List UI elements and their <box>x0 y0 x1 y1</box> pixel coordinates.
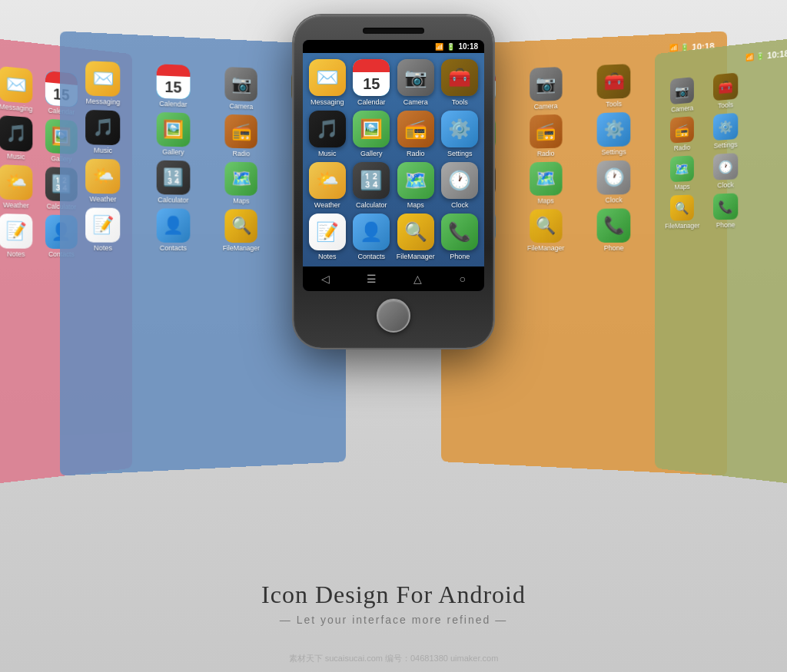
green-clock: 🕐 Clock <box>706 153 745 190</box>
back-button[interactable]: ◁ <box>321 273 330 285</box>
orange-camera: 📷 Camera <box>515 66 577 111</box>
app-clock[interactable]: 🕐 Clock <box>440 162 480 209</box>
maps-label: Maps <box>407 201 424 209</box>
orange-phone: 📞 Phone <box>582 208 646 252</box>
green-tools: 🧰 Tools <box>706 71 745 111</box>
app-calculator[interactable]: 🔢 Calculator <box>352 162 392 209</box>
app-calendar[interactable]: 15 Calendar <box>352 59 392 106</box>
android-nav: ◁ ☰ △ ○ <box>303 266 484 291</box>
maps-icon: 🗺️ <box>397 162 434 199</box>
app-settings[interactable]: ⚙️ Settings <box>440 111 480 157</box>
camera-icon: 📷 <box>397 59 434 96</box>
calculator-label: Calculator <box>356 201 387 209</box>
app-camera[interactable]: 📷 Camera <box>396 59 436 106</box>
blue-messaging: ✉️ Messaging <box>69 60 136 107</box>
phone-speaker <box>363 28 424 34</box>
music-icon: 🎵 <box>309 111 346 147</box>
blue-notes: 📝 Notes <box>69 207 136 252</box>
subtitle: — Let your interface more refined — <box>0 614 787 626</box>
clock-label: Clock <box>451 201 469 209</box>
menu-button[interactable]: ☰ <box>367 273 377 285</box>
blue-gallery: 🖼️ Gallery <box>141 111 205 157</box>
app-grid: ✉️ Messaging 15 Calendar 📷 <box>307 59 480 260</box>
status-bar: 📶 🔋 10:18 <box>303 40 484 53</box>
app-radio[interactable]: 📻 Radio <box>396 111 436 157</box>
bottom-section: Icon Design For Android — Let your inter… <box>0 581 787 626</box>
music-label: Music <box>318 150 337 157</box>
green-statusbar: 📶 🔋 10:18 <box>663 48 787 71</box>
green-time: 10:18 <box>767 48 787 60</box>
messaging-icon: ✉️ <box>309 59 346 96</box>
orange-clock: 🕐 Clock <box>582 160 646 204</box>
blue-filemanager: 🔍 FileManager <box>210 209 272 252</box>
settings-icon: ⚙️ <box>441 111 478 147</box>
pink-messaging-icon: ✉️ <box>0 66 33 104</box>
signal-icon: 📶 <box>435 43 443 51</box>
home-button-area <box>303 299 484 333</box>
watermark: 素材天下 sucaisucai.com 编号：04681380 uimaker.… <box>0 653 787 664</box>
camera-label: Camera <box>403 98 428 106</box>
main-title: Icon Design For Android <box>0 581 787 609</box>
contacts-icon: 👤 <box>353 214 390 250</box>
messaging-label: Messaging <box>310 98 344 106</box>
app-filemanager[interactable]: 🔍 FileManager <box>396 214 436 260</box>
orange-settings: ⚙️ Settings <box>582 111 646 157</box>
clock-icon: 🕐 <box>441 162 478 199</box>
blue-calendar: 15 Calendar <box>141 63 205 109</box>
gallery-icon: 🖼️ <box>353 111 390 147</box>
status-time: 10:18 <box>458 42 478 51</box>
notes-label: Notes <box>318 253 337 260</box>
pink-app-weather: 🌤️ Weather <box>0 164 37 210</box>
green-camera: 📷 Camera <box>663 76 702 114</box>
app-contacts[interactable]: 👤 Contacts <box>352 214 392 260</box>
blue-radio: 📻 Radio <box>210 114 272 158</box>
app-weather[interactable]: 🌤️ Weather <box>307 162 347 209</box>
blue-calculator: 🔢 Calculator <box>141 160 205 204</box>
blue-maps: 🗺️ Maps <box>210 161 272 205</box>
home-button-soft[interactable]: △ <box>413 273 422 285</box>
blue-camera: 📷 Camera <box>210 66 272 111</box>
filemanager-icon: 🔍 <box>397 214 434 250</box>
orange-maps: 🗺️ Maps <box>515 161 577 205</box>
app-music[interactable]: 🎵 Music <box>307 111 347 157</box>
battery-icon: 🔋 <box>447 43 455 51</box>
phone-body: 📶 🔋 10:18 ✉️ Messaging 15 <box>294 15 493 348</box>
green-filemanager: 🔍 FileManager <box>663 194 702 230</box>
pink-messaging-label: Messaging <box>0 102 32 113</box>
green-settings: ⚙️ Settings <box>706 112 745 151</box>
search-button[interactable]: ○ <box>459 273 465 285</box>
green-maps: 🗺️ Maps <box>663 155 702 191</box>
contacts-label: Contacts <box>357 253 385 260</box>
settings-label: Settings <box>447 150 473 157</box>
pink-app-messaging: ✉️ Messaging <box>0 65 37 113</box>
blue-music: 🎵 Music <box>69 109 136 155</box>
blue-weather: 🌤️ Weather <box>69 158 136 204</box>
blue-contacts: 👤 Contacts <box>141 208 205 252</box>
orange-filemanager: 🔍 FileManager <box>515 209 577 252</box>
green-phone: 📞 Phone <box>706 193 745 229</box>
weather-icon: 🌤️ <box>309 162 346 199</box>
screen-content: ✉️ Messaging 15 Calendar 📷 <box>303 53 484 266</box>
radio-icon: 📻 <box>397 111 434 147</box>
orange-radio: 📻 Radio <box>515 114 577 158</box>
home-button-hard[interactable] <box>377 299 410 333</box>
app-maps[interactable]: 🗺️ Maps <box>396 162 436 209</box>
phone-label: Phone <box>450 253 470 260</box>
app-notes[interactable]: 📝 Notes <box>307 214 347 260</box>
tools-label: Tools <box>452 98 468 106</box>
app-gallery[interactable]: 🖼️ Gallery <box>352 111 392 157</box>
app-phone[interactable]: 📞 Phone <box>440 214 480 260</box>
green-panel: 📶 🔋 10:18 📷 Camera 🧰 Tools 📻 Radio ⚙️ Se… <box>655 38 787 485</box>
calculator-icon: 🔢 <box>353 162 390 199</box>
weather-label: Weather <box>314 201 340 209</box>
green-radio: 📻 Radio <box>663 115 702 152</box>
notes-icon: 📝 <box>309 214 346 250</box>
calendar-icon: 15 <box>353 59 390 96</box>
app-tools[interactable]: 🧰 Tools <box>440 59 480 106</box>
app-messaging[interactable]: ✉️ Messaging <box>307 59 347 106</box>
phone: 📶 🔋 10:18 ✉️ Messaging 15 <box>294 15 493 348</box>
calendar-label: Calendar <box>357 98 386 106</box>
filemanager-label: FileManager <box>397 253 435 260</box>
radio-label: Radio <box>407 150 425 157</box>
orange-tools: 🧰 Tools <box>582 63 646 109</box>
